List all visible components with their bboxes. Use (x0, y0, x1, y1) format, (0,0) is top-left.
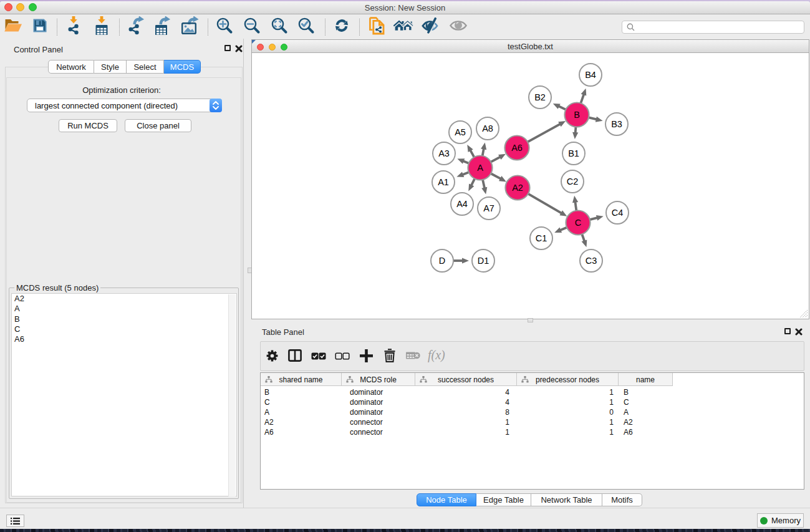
graph-node-A2[interactable]: A2 (506, 175, 530, 200)
import-network-button[interactable] (63, 17, 84, 36)
graph-edge[interactable] (471, 178, 475, 186)
control-panel-close-button[interactable] (235, 45, 243, 52)
zoom-selected-button[interactable] (296, 17, 317, 36)
delete-table-button[interactable] (402, 346, 423, 367)
zoom-fit-button[interactable] (269, 17, 290, 36)
criterion-dropdown[interactable]: largest connected component (directed) (27, 99, 222, 112)
network-window-titlebar[interactable]: testGlobe.txt (252, 40, 809, 53)
graph-node-A5[interactable]: A5 (449, 121, 471, 143)
search-input[interactable] (638, 22, 804, 32)
column-header-shared-name[interactable]: shared name (261, 373, 342, 386)
graph-edge[interactable] (589, 217, 598, 220)
unselect-all-columns-button[interactable] (332, 346, 353, 367)
network-window[interactable]: testGlobe.txt AA1A2A3A4A5A6A7A8BB1B2B3B4… (252, 40, 809, 319)
export-image-button[interactable] (179, 17, 200, 36)
close-panel-button[interactable]: Close panel (125, 119, 191, 132)
show-all-button[interactable] (448, 17, 469, 36)
column-header-successor-nodes[interactable]: successor nodes (415, 373, 517, 386)
horizontal-splitter-handle[interactable] (528, 318, 533, 322)
run-mcds-button[interactable]: Run MCDS (59, 119, 117, 132)
graph-edge[interactable] (528, 193, 562, 213)
open-session-button[interactable] (2, 17, 24, 36)
create-column-button[interactable] (355, 346, 377, 367)
table-row[interactable]: A6connector11A6 (261, 427, 804, 437)
hide-selected-button[interactable] (420, 17, 441, 36)
mcds-result-item[interactable]: A2 (12, 294, 236, 304)
control-tab-mcds[interactable]: MCDS (164, 60, 201, 74)
panel-list-button[interactable] (6, 515, 24, 527)
mcds-result-item[interactable]: B (12, 314, 236, 324)
graph-node-A6[interactable]: A6 (505, 135, 529, 160)
table-tab-network-table[interactable]: Network Table (531, 493, 602, 506)
mcds-result-item[interactable]: A (12, 304, 236, 314)
node-table[interactable]: shared nameMCDS rolesuccessor nodesprede… (260, 372, 804, 490)
memory-button[interactable]: Memory (757, 513, 804, 528)
function-builder-button[interactable]: f(x) (427, 346, 448, 367)
graph-edge[interactable] (470, 149, 475, 157)
graph-node-B1[interactable]: B1 (562, 142, 585, 165)
mcds-result-list[interactable]: A2ABCA6 (11, 293, 237, 496)
zoom-in-button[interactable] (214, 17, 235, 36)
graph-node-A4[interactable]: A4 (451, 193, 473, 215)
graph-node-D1[interactable]: D1 (472, 249, 494, 272)
table-panel-close-button[interactable] (795, 328, 803, 336)
table-row[interactable]: Bdominator41B (261, 387, 804, 397)
mcds-result-item[interactable]: A6 (12, 334, 236, 344)
search-field[interactable] (622, 21, 804, 34)
column-header-name[interactable]: name (619, 373, 673, 386)
graph-node-A7[interactable]: A7 (478, 197, 500, 220)
mcds-result-scrollbar[interactable] (228, 294, 236, 496)
network-canvas[interactable]: AA1A2A3A4A5A6A7A8BB1B2B3B4CC1C2C3C4DD1 (252, 53, 809, 318)
export-network-button[interactable] (125, 17, 147, 36)
control-panel-float-button[interactable] (224, 45, 231, 51)
graph-node-A3[interactable]: A3 (433, 142, 455, 165)
graph-edge[interactable] (490, 157, 501, 162)
graph-edge[interactable] (558, 105, 566, 109)
table-tab-motifs[interactable]: Motifs (602, 493, 642, 506)
refresh-button[interactable] (331, 17, 352, 36)
window-resize-grip[interactable] (799, 309, 808, 318)
control-tab-network[interactable]: Network (48, 60, 94, 74)
graph-node-A1[interactable]: A1 (432, 171, 455, 193)
graph-edge[interactable] (575, 201, 576, 211)
table-panel-float-button[interactable] (784, 328, 791, 334)
graph-node-C4[interactable]: C4 (606, 201, 629, 224)
graph-edge[interactable] (483, 179, 485, 189)
graph-node-C3[interactable]: C3 (580, 249, 602, 272)
graph-node-A[interactable]: A (468, 155, 493, 180)
select-all-columns-button[interactable] (308, 346, 329, 367)
control-tab-select[interactable]: Select (127, 60, 164, 74)
show-columns-button[interactable] (284, 346, 306, 367)
save-session-button[interactable] (29, 17, 51, 36)
column-header-MCDS-role[interactable]: MCDS role (342, 373, 415, 386)
graph-edge[interactable] (581, 94, 584, 104)
delete-columns-button[interactable] (379, 346, 400, 367)
graph-edge[interactable] (588, 117, 597, 120)
table-tab-node-table[interactable]: Node Table (417, 493, 476, 506)
mcds-result-item[interactable]: C (12, 324, 236, 334)
graph-edge[interactable] (490, 173, 501, 178)
table-options-button[interactable] (261, 346, 282, 367)
vertical-splitter-handle[interactable] (248, 268, 252, 273)
table-row[interactable]: A2connector11A2 (261, 417, 804, 427)
table-row[interactable]: Adominator80A (261, 407, 804, 417)
app-titlebar[interactable]: Session: New Session (0, 1, 810, 14)
graph-node-B3[interactable]: B3 (605, 113, 628, 135)
column-header-predecessor-nodes[interactable]: predecessor nodes (517, 373, 619, 386)
network-snapshot-button[interactable] (366, 17, 387, 36)
export-table-button[interactable] (152, 17, 173, 36)
control-tab-style[interactable]: Style (94, 60, 127, 74)
graph-node-D[interactable]: D (431, 249, 453, 272)
graph-node-B4[interactable]: B4 (579, 64, 602, 86)
graph-node-B2[interactable]: B2 (529, 86, 551, 109)
graph-node-A8[interactable]: A8 (476, 117, 499, 140)
table-tab-edge-table[interactable]: Edge Table (476, 493, 531, 506)
graph-node-C1[interactable]: C1 (530, 227, 552, 249)
graph-node-C2[interactable]: C2 (561, 170, 584, 193)
graph-node-B[interactable]: B (565, 102, 589, 127)
table-row[interactable]: Cdominator41C (261, 397, 804, 407)
zoom-out-button[interactable] (241, 17, 263, 36)
first-neighbors-button[interactable] (393, 17, 414, 36)
graph-edge[interactable] (527, 123, 561, 142)
graph-node-C[interactable]: C (566, 210, 591, 235)
